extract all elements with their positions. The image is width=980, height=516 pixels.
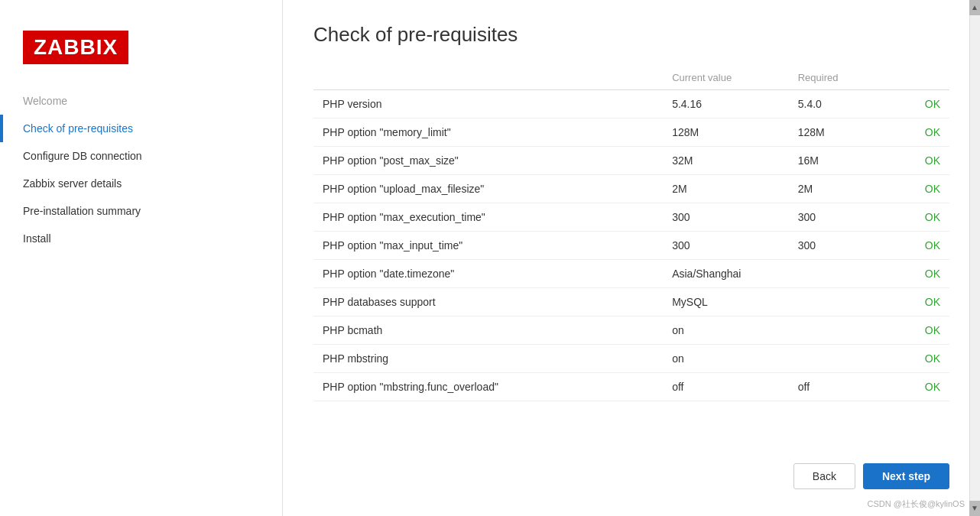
scroll-up-button[interactable]: ▲ — [969, 0, 980, 15]
prereq-table: Current value Required PHP version 5.4.1… — [313, 66, 949, 401]
row-name: PHP databases support — [313, 288, 663, 316]
row-name: PHP bcmath — [313, 316, 663, 345]
row-name: PHP option "upload_max_filesize" — [313, 175, 663, 203]
row-current: 32M — [663, 147, 789, 175]
nav-item-prereq[interactable]: Check of pre-requisites — [0, 115, 282, 142]
row-status: OK — [894, 90, 949, 118]
next-button[interactable]: Next step — [863, 463, 949, 489]
zabbix-logo: ZABBIX — [23, 31, 128, 64]
table-row: PHP version 5.4.16 5.4.0 OK — [313, 90, 949, 118]
col-header-name — [313, 66, 663, 90]
nav-item-db[interactable]: Configure DB connection — [0, 142, 282, 170]
scrollbar-track: ▲ ▼ — [969, 0, 980, 516]
row-name: PHP option "post_max_size" — [313, 147, 663, 175]
row-required — [789, 316, 894, 345]
row-status: OK — [894, 203, 949, 232]
row-required: 16M — [789, 147, 894, 175]
logo-container: ZABBIX — [0, 15, 282, 87]
table-row: PHP option "memory_limit" 128M 128M OK — [313, 118, 949, 147]
row-status: OK — [894, 147, 949, 175]
row-required — [789, 288, 894, 316]
row-current: 300 — [663, 232, 789, 260]
table-row: PHP bcmath on OK — [313, 316, 949, 345]
row-status: OK — [894, 260, 949, 288]
sidebar: ZABBIX Welcome Check of pre-requisites C… — [0, 0, 283, 516]
table-container: Current value Required PHP version 5.4.1… — [313, 66, 949, 452]
row-name: PHP option "mbstring.func_overload" — [313, 373, 663, 401]
row-name: PHP version — [313, 90, 663, 118]
main-content: Check of pre-requisites Current value Re… — [283, 0, 980, 516]
row-current: MySQL — [663, 288, 789, 316]
row-required: off — [789, 373, 894, 401]
nav-list: Welcome Check of pre-requisites Configur… — [0, 87, 282, 252]
table-row: PHP option "max_execution_time" 300 300 … — [313, 203, 949, 232]
row-current: on — [663, 316, 789, 345]
table-row: PHP option "max_input_time" 300 300 OK — [313, 232, 949, 260]
row-current: on — [663, 345, 789, 373]
row-status: OK — [894, 345, 949, 373]
row-name: PHP option "memory_limit" — [313, 118, 663, 147]
row-status: OK — [894, 288, 949, 316]
bottom-bar: Back Next step — [313, 452, 949, 493]
row-current: Asia/Shanghai — [663, 260, 789, 288]
row-required — [789, 260, 894, 288]
table-row: PHP databases support MySQL OK — [313, 288, 949, 316]
back-button[interactable]: Back — [793, 463, 855, 489]
row-status: OK — [894, 373, 949, 401]
table-row: PHP option "post_max_size" 32M 16M OK — [313, 147, 949, 175]
watermark: CSDN @社长俊@kylinOS — [868, 498, 965, 510]
nav-item-summary[interactable]: Pre-installation summary — [0, 197, 282, 225]
row-required: 2M — [789, 175, 894, 203]
row-name: PHP option "max_execution_time" — [313, 203, 663, 232]
row-required: 300 — [789, 232, 894, 260]
row-name: PHP option "max_input_time" — [313, 232, 663, 260]
row-current: 2M — [663, 175, 789, 203]
row-current: 300 — [663, 203, 789, 232]
page-title: Check of pre-requisites — [313, 23, 949, 47]
table-row: PHP mbstring on OK — [313, 345, 949, 373]
row-current: 128M — [663, 118, 789, 147]
row-current: 5.4.16 — [663, 90, 789, 118]
row-name: PHP option "date.timezone" — [313, 260, 663, 288]
row-status: OK — [894, 175, 949, 203]
row-required — [789, 345, 894, 373]
nav-item-server[interactable]: Zabbix server details — [0, 170, 282, 197]
row-required: 300 — [789, 203, 894, 232]
row-status: OK — [894, 232, 949, 260]
row-required: 128M — [789, 118, 894, 147]
table-row: PHP option "date.timezone" Asia/Shanghai… — [313, 260, 949, 288]
col-header-required: Required — [789, 66, 894, 90]
row-required: 5.4.0 — [789, 90, 894, 118]
row-status: OK — [894, 118, 949, 147]
scroll-down-button[interactable]: ▼ — [969, 501, 980, 516]
col-header-current: Current value — [663, 66, 789, 90]
row-status: OK — [894, 316, 949, 345]
row-current: off — [663, 373, 789, 401]
nav-item-welcome[interactable]: Welcome — [0, 87, 282, 115]
table-row: PHP option "mbstring.func_overload" off … — [313, 373, 949, 401]
row-name: PHP mbstring — [313, 345, 663, 373]
col-header-status — [894, 66, 949, 90]
nav-item-install[interactable]: Install — [0, 225, 282, 252]
table-row: PHP option "upload_max_filesize" 2M 2M O… — [313, 175, 949, 203]
